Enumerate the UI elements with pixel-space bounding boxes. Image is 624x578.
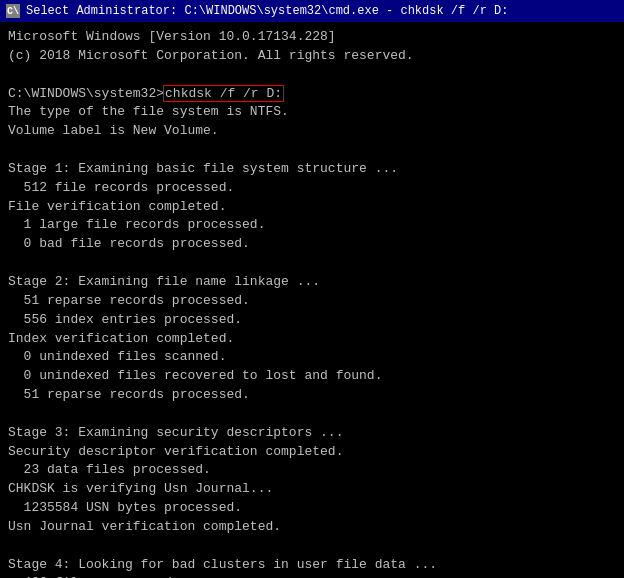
line-empty-3 (8, 254, 616, 273)
line-empty-4 (8, 405, 616, 424)
line-file-verif: File verification completed. (8, 198, 616, 217)
line-stage4: Stage 4: Looking for bad clusters in use… (8, 556, 616, 575)
cmd-highlighted: chkdsk /f /r D: (164, 86, 283, 101)
line-reparse2: 51 reparse records processed. (8, 386, 616, 405)
line-file-records: 512 file records processed. (8, 179, 616, 198)
line-fs-type: The type of the file system is NTFS. (8, 103, 616, 122)
line-sec-desc: Security descriptor verification complet… (8, 443, 616, 462)
line-copyright: (c) 2018 Microsoft Corporation. All righ… (8, 47, 616, 66)
line-reparse1: 51 reparse records processed. (8, 292, 616, 311)
line-bad-files: 0 bad file records processed. (8, 235, 616, 254)
title-bar-icon: C\ (6, 4, 20, 18)
line-usn-verify: CHKDSK is verifying Usn Journal... (8, 480, 616, 499)
line-large-files: 1 large file records processed. (8, 216, 616, 235)
line-files-proc: 496 files processed. (8, 574, 616, 578)
line-empty-5 (8, 537, 616, 556)
line-empty-1 (8, 66, 616, 85)
line-volume: Volume label is New Volume. (8, 122, 616, 141)
line-stage2: Stage 2: Examining file name linkage ... (8, 273, 616, 292)
title-bar: C\ Select Administrator: C:\WINDOWS\syst… (0, 0, 624, 22)
line-empty-2 (8, 141, 616, 160)
title-bar-text: Select Administrator: C:\WINDOWS\system3… (26, 4, 618, 18)
line-data-files: 23 data files processed. (8, 461, 616, 480)
line-unindexed2: 0 unindexed files recovered to lost and … (8, 367, 616, 386)
line-version: Microsoft Windows [Version 10.0.17134.22… (8, 28, 616, 47)
line-stage3: Stage 3: Examining security descriptors … (8, 424, 616, 443)
line-index-entries: 556 index entries processed. (8, 311, 616, 330)
line-prompt: C:\WINDOWS\system32>chkdsk /f /r D: (8, 85, 616, 104)
terminal-body: Microsoft Windows [Version 10.0.17134.22… (0, 22, 624, 578)
line-usn-complete: Usn Journal verification completed. (8, 518, 616, 537)
line-stage1: Stage 1: Examining basic file system str… (8, 160, 616, 179)
line-index-verif: Index verification completed. (8, 330, 616, 349)
line-unindexed1: 0 unindexed files scanned. (8, 348, 616, 367)
line-usn-bytes: 1235584 USN bytes processed. (8, 499, 616, 518)
